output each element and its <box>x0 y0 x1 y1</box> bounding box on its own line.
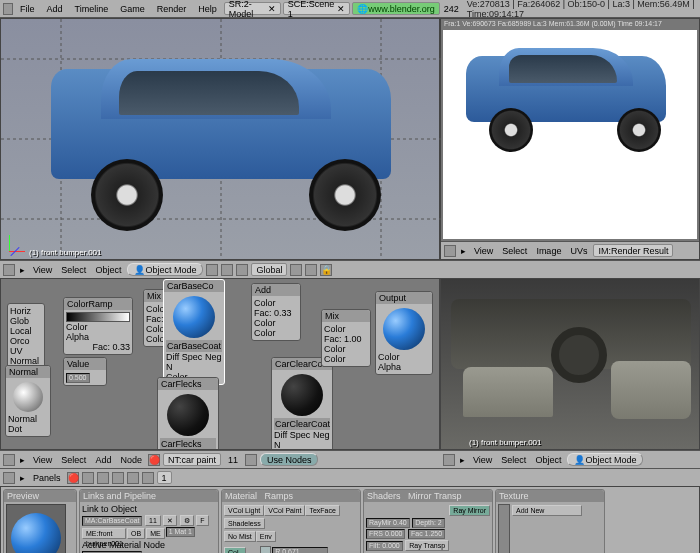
menu-object[interactable]: Object <box>532 455 564 465</box>
image-name-field[interactable]: IM:Render Result <box>593 244 673 257</box>
panel-preview: Preview <box>3 489 77 553</box>
add-new-texture[interactable]: Add New <box>512 505 582 516</box>
editor-type-icon[interactable] <box>444 245 456 257</box>
node-mix2[interactable]: Mix Color Fac: 1.00 ColorColor <box>321 309 371 367</box>
layer-button[interactable] <box>305 264 317 276</box>
editor-type-icon[interactable] <box>3 264 15 276</box>
scene-stats: Ve:270813 | Fa:264062 | Ob:150-0 | La:3 … <box>467 0 697 19</box>
panel-mirror-transp: Shaders Mirror Transp Ray Mirror RayMir … <box>363 489 493 553</box>
pin-icon[interactable] <box>245 454 257 466</box>
panel-material: Material Ramps VCol LightVCol PaintTexFa… <box>221 489 361 553</box>
scene-selector[interactable]: SCE:Scene 1✕ <box>283 2 351 15</box>
node-value[interactable]: Value0.500 <box>63 357 107 386</box>
material-name-field[interactable]: MA:CarBaseCoat <box>82 516 142 526</box>
menu-view[interactable]: View <box>471 246 496 256</box>
menu-object[interactable]: Object <box>92 265 124 275</box>
manipulator-icon[interactable] <box>236 264 248 276</box>
3d-viewport[interactable]: (1) front bumper.001 <box>0 18 440 260</box>
menu-file[interactable]: File <box>15 4 40 14</box>
active-object-label: (1) front bumper.001 <box>29 248 101 257</box>
node-carbase[interactable]: CarBaseCo CarBaseCoat Diff Spec Neg N Co… <box>163 279 225 385</box>
pivot-icon[interactable] <box>221 264 233 276</box>
menu-view[interactable]: View <box>30 455 55 465</box>
mode-selector[interactable]: 👤 Object Mode <box>567 453 643 466</box>
context-icon[interactable] <box>97 472 109 484</box>
mode-selector[interactable]: 👤 Object Mode <box>127 263 203 276</box>
render-result-image[interactable] <box>443 30 697 239</box>
3d-view-header: ▸ View Select Object 👤 Object Mode Globa… <box>0 260 700 278</box>
3d-view-header-2: ▸ View Select Object 👤 Object Mode <box>440 450 700 468</box>
image-editor: Fra:1 Ve:690673 Fa:685989 La:3 Mem:61.36… <box>440 18 700 260</box>
node-editor[interactable]: HorizGlob LocalOrco UVNormal Normal Norm… <box>0 278 440 450</box>
editor-type-icon[interactable] <box>3 472 15 484</box>
node-colorramp[interactable]: ColorRamp ColorAlpha Fac: 0.33 <box>63 297 133 355</box>
active-object-label: (1) front bumper.001 <box>469 438 541 447</box>
orientation-selector[interactable]: Global <box>251 263 287 276</box>
material-icon[interactable]: 🔴 <box>148 454 160 466</box>
color-swatch[interactable] <box>260 546 271 553</box>
menu-uvs[interactable]: UVs <box>567 246 590 256</box>
shading-icon[interactable] <box>206 264 218 276</box>
menu-help[interactable]: Help <box>193 4 222 14</box>
panels-label: Panels <box>30 473 64 483</box>
menu-image[interactable]: Image <box>533 246 564 256</box>
menu-node[interactable]: Node <box>117 455 145 465</box>
url-count: 242 <box>444 4 459 14</box>
menu-add[interactable]: Add <box>92 455 114 465</box>
menu-render[interactable]: Render <box>152 4 192 14</box>
panel-texture: Texture Add New <box>495 489 605 553</box>
context-icon[interactable] <box>127 472 139 484</box>
node-coords[interactable]: HorizGlob LocalOrco UVNormal <box>7 303 45 369</box>
page-number[interactable]: 1 <box>157 471 172 484</box>
node-output[interactable]: Output ColorAlpha <box>375 291 433 375</box>
menu-select[interactable]: Select <box>58 455 89 465</box>
editor-type-icon[interactable] <box>443 454 455 466</box>
panel-links-pipeline: Links and Pipeline Link to Object MA:Car… <box>79 489 219 553</box>
menu-add[interactable]: Add <box>42 4 68 14</box>
node-carflecks[interactable]: CarFlecks CarFlecks <box>157 377 219 450</box>
menu-view[interactable]: View <box>30 265 55 275</box>
material-preview[interactable] <box>6 504 66 553</box>
info-header: File Add Timeline Game Render Help SR:2-… <box>0 0 700 18</box>
context-icon[interactable] <box>82 472 94 484</box>
use-nodes-toggle[interactable]: Use Nodes <box>260 453 319 466</box>
node-carclear[interactable]: CarClearCoat CarClearCoat Diff Spec Neg … <box>271 357 333 450</box>
nodetree-name[interactable]: NT:car paint <box>163 453 221 466</box>
context-shading-icon[interactable]: 🔴 <box>67 472 79 484</box>
window-type-icon[interactable] <box>3 3 13 15</box>
image-editor-header: ▸ View Select Image UVs IM:Render Result <box>441 241 699 259</box>
screen-selector[interactable]: SR:2-Model✕ <box>224 2 281 15</box>
context-icon[interactable] <box>112 472 124 484</box>
editor-type-icon[interactable] <box>3 454 15 466</box>
layer-button[interactable] <box>290 264 302 276</box>
3d-viewport-interior[interactable]: (1) front bumper.001 <box>440 278 700 450</box>
buttons-header: ▸ Panels 🔴 1 <box>0 468 700 486</box>
menu-view[interactable]: View <box>470 455 495 465</box>
url-link[interactable]: 🌐 www.blender.org <box>352 2 440 15</box>
texture-slots[interactable] <box>498 504 510 553</box>
menu-game[interactable]: Game <box>115 4 150 14</box>
lock-icon[interactable]: 🔒 <box>320 264 332 276</box>
context-icon[interactable] <box>142 472 154 484</box>
menu-select[interactable]: Select <box>498 455 529 465</box>
frame-stats: Fra:1 Ve:690673 Fa:685989 La:3 Mem:61.36… <box>441 19 699 28</box>
node-add[interactable]: Add Color Fac: 0.33 ColorColor <box>251 283 301 341</box>
node-editor-header: ▸ View Select Add Node 🔴 NT:car paint 11… <box>0 450 440 468</box>
node-normal[interactable]: Normal NormalDot <box>5 365 51 437</box>
buttons-window: Preview Links and Pipeline Link to Objec… <box>0 486 700 553</box>
menu-select[interactable]: Select <box>58 265 89 275</box>
menu-timeline[interactable]: Timeline <box>70 4 114 14</box>
menu-select[interactable]: Select <box>499 246 530 256</box>
